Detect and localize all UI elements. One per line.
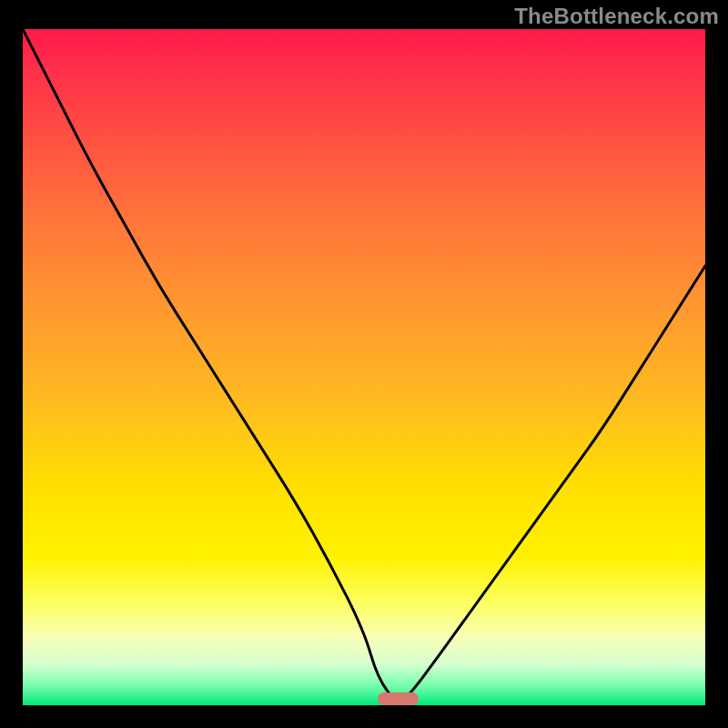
curve-path — [23, 29, 705, 701]
bottleneck-curve — [23, 29, 705, 705]
attribution-text: TheBottleneck.com — [514, 4, 719, 29]
plot-area — [23, 29, 705, 705]
chart-frame: TheBottleneck.com — [0, 0, 728, 728]
optimal-marker — [378, 693, 419, 705]
